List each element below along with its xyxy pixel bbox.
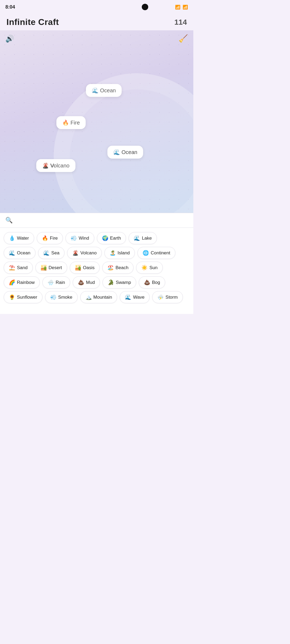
camera-dot: [142, 4, 148, 10]
element-chip-volcano[interactable]: 🌋Volcano: [67, 247, 102, 259]
element-emoji: 🌐: [143, 250, 149, 256]
element-label: Ocean: [17, 250, 30, 256]
element-label: Volcano: [80, 250, 97, 256]
element-emoji: 💨: [50, 294, 57, 300]
element-label: Lake: [142, 236, 152, 241]
element-emoji: 🏜️: [75, 265, 81, 271]
element-chip-rain[interactable]: 🌧️Rain: [42, 276, 70, 288]
search-icon: 🔍: [5, 217, 13, 224]
element-chip-oasis[interactable]: 🏜️Oasis: [70, 262, 100, 274]
craft-canvas[interactable]: 🔊 🧹 🌊 Ocean🔥 Fire🌊 Ocean🌋 Volcano: [0, 30, 193, 213]
element-label: Wave: [133, 295, 144, 300]
element-emoji: 🌋: [72, 250, 79, 256]
element-label: Rainbow: [17, 280, 35, 285]
element-chip-continent[interactable]: 🌐Continent: [137, 247, 175, 259]
element-chip-island[interactable]: 🏝️Island: [104, 247, 135, 259]
element-emoji: 🌊: [43, 250, 50, 256]
element-chip-sunflower[interactable]: 🌻Sunflower: [4, 291, 42, 303]
element-label: Beach: [115, 265, 128, 270]
status-bar: 8:04 📶 📶: [0, 0, 193, 14]
element-emoji: 🐊: [108, 279, 114, 286]
element-label: Mountain: [93, 295, 112, 300]
element-count: 114: [174, 18, 187, 27]
element-label: Smoke: [58, 295, 73, 300]
element-chip-sun[interactable]: ☀️Sun: [136, 262, 162, 274]
element-label: Sunflower: [17, 295, 37, 300]
element-label: Desert: [49, 265, 62, 270]
element-emoji: 🌊: [125, 294, 131, 300]
broom-button[interactable]: 🧹: [179, 34, 188, 43]
wifi-icon: 📶: [175, 5, 180, 10]
element-chip-storm[interactable]: ⛈️Storm: [152, 291, 183, 303]
element-emoji: 💩: [78, 279, 84, 286]
element-chip-water[interactable]: 💧Water: [4, 232, 34, 244]
elements-grid: 💧Water🔥Fire💨Wind🌍Earth🌊Lake🌊Ocean🌊Sea🌋Vo…: [4, 232, 190, 303]
element-emoji: 🏔️: [85, 294, 92, 300]
element-chip-lake[interactable]: 🌊Lake: [129, 232, 157, 244]
element-chip-desert[interactable]: 🏜️Desert: [35, 262, 67, 274]
element-emoji: 🏜️: [41, 265, 47, 271]
element-label: Sand: [17, 265, 28, 270]
element-chip-beach[interactable]: 🏖️Beach: [102, 262, 133, 274]
element-emoji: 🌊: [9, 250, 15, 256]
search-input[interactable]: [16, 218, 188, 223]
element-emoji: 🔥: [42, 235, 48, 241]
element-chip-bog[interactable]: 💩Bog: [139, 276, 165, 288]
element-label: Fire: [50, 236, 58, 241]
element-emoji: 🌧️: [48, 279, 54, 286]
element-label: Rain: [56, 280, 65, 285]
element-emoji: 🌊: [134, 235, 140, 241]
element-label: Oasis: [83, 265, 95, 270]
canvas-element-ocean2[interactable]: 🌊 Ocean: [107, 146, 143, 159]
element-chip-wind[interactable]: 💨Wind: [66, 232, 94, 244]
element-emoji: ☀️: [141, 265, 148, 271]
canvas-element-volcano1[interactable]: 🌋 Volcano: [36, 159, 75, 172]
element-emoji: 🌈: [9, 279, 15, 286]
signal-icon: 📶: [183, 5, 188, 10]
element-label: Water: [17, 236, 29, 241]
element-emoji: 💩: [144, 279, 150, 286]
element-label: Swamp: [116, 280, 131, 285]
status-icons: 📶 📶: [175, 5, 188, 10]
element-label: Storm: [165, 295, 177, 300]
elements-panel: 💧Water🔥Fire💨Wind🌍Earth🌊Lake🌊Ocean🌊Sea🌋Vo…: [0, 228, 193, 314]
element-label: Wind: [79, 236, 89, 241]
canvas-element-ocean1[interactable]: 🌊 Ocean: [86, 84, 122, 97]
canvas-element-fire1[interactable]: 🔥 Fire: [56, 116, 86, 129]
element-chip-ocean[interactable]: 🌊Ocean: [4, 247, 35, 259]
element-chip-sand[interactable]: ⛱️Sand: [4, 262, 33, 274]
app-title: Infinite Craft: [6, 17, 59, 27]
element-label: Island: [118, 250, 130, 256]
element-chip-sea[interactable]: 🌊Sea: [38, 247, 64, 259]
element-emoji: ⛈️: [157, 294, 164, 300]
element-emoji: 🏝️: [110, 250, 116, 256]
element-chip-wave[interactable]: 🌊Wave: [120, 291, 150, 303]
sound-button[interactable]: 🔊: [5, 35, 14, 43]
status-time: 8:04: [5, 4, 15, 10]
element-chip-earth[interactable]: 🌍Earth: [97, 232, 126, 244]
element-emoji: 🏖️: [107, 265, 114, 271]
element-emoji: 🌍: [102, 235, 108, 241]
element-label: Sea: [51, 250, 59, 256]
element-chip-mountain[interactable]: 🏔️Mountain: [80, 291, 117, 303]
element-label: Earth: [110, 236, 121, 241]
element-label: Bog: [152, 280, 160, 285]
element-label: Sun: [149, 265, 157, 270]
element-emoji: 🌻: [9, 294, 15, 300]
element-emoji: ⛱️: [9, 265, 15, 271]
element-chip-rainbow[interactable]: 🌈Rainbow: [4, 276, 40, 288]
app-header: Infinite Craft 114: [0, 14, 193, 30]
element-label: Mud: [86, 280, 95, 285]
element-emoji: 💨: [71, 235, 77, 241]
element-chip-fire[interactable]: 🔥Fire: [37, 232, 63, 244]
element-label: Continent: [151, 250, 170, 256]
element-chip-smoke[interactable]: 💨Smoke: [45, 291, 78, 303]
element-chip-swamp[interactable]: 🐊Swamp: [103, 276, 136, 288]
element-chip-mud[interactable]: 💩Mud: [73, 276, 100, 288]
search-bar[interactable]: 🔍: [0, 213, 193, 228]
element-emoji: 💧: [9, 235, 15, 241]
